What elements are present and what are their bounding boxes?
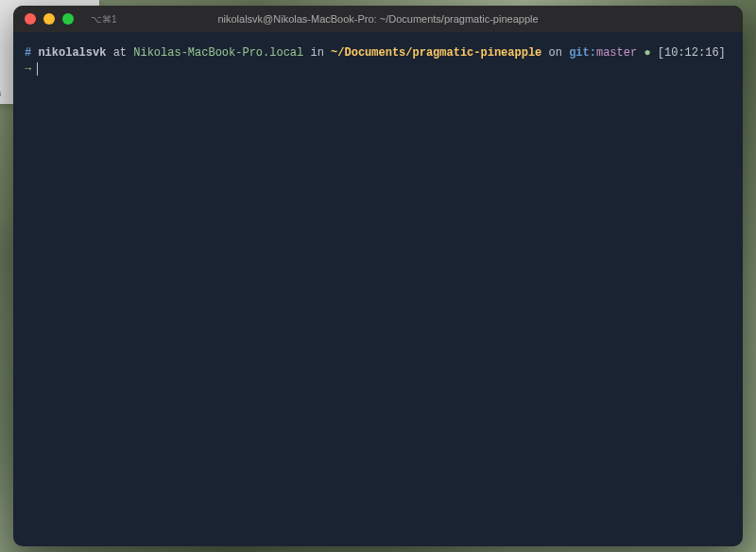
close-button[interactable] (25, 13, 36, 25)
text-cursor (37, 62, 38, 76)
prompt-path: ~/Documents/pragmatic-pineapple (331, 46, 541, 60)
titlebar[interactable]: ⌥⌘1 nikolalsvk@Nikolas-MacBook-Pro: ~/Do… (13, 6, 743, 32)
prompt-arrow-icon: → (25, 61, 31, 78)
prompt-on: on (549, 46, 562, 60)
tab-shortcut-indicator: ⌥⌘1 (91, 14, 117, 25)
prompt-git-label: git: (569, 46, 596, 60)
git-status-dot-icon: ● (644, 46, 650, 60)
prompt-at: at (113, 46, 127, 60)
prompt-branch: master (596, 46, 637, 60)
prompt-line: # nikolalsvk at Nikolas-MacBook-Pro.loca… (25, 45, 731, 61)
window-title: nikolalsvk@Nikolas-MacBook-Pro: ~/Docume… (13, 13, 743, 25)
prompt-host: Nikolas-MacBook-Pro.local (133, 46, 303, 60)
maximize-button[interactable] (62, 13, 74, 25)
background-window-sub: 4 (0, 90, 1, 98)
prompt-time: [10:12:16] (658, 46, 726, 60)
prompt-user: nikolalsvk (38, 46, 106, 60)
input-line[interactable]: → (25, 61, 731, 78)
terminal-window[interactable]: ⌥⌘1 nikolalsvk@Nikolas-MacBook-Pro: ~/Do… (13, 6, 743, 546)
traffic-lights (13, 13, 74, 25)
prompt-hash: # (25, 46, 31, 60)
minimize-button[interactable] (43, 13, 55, 25)
prompt-in: in (310, 46, 323, 60)
terminal-body[interactable]: # nikolalsvk at Nikolas-MacBook-Pro.loca… (13, 32, 743, 546)
